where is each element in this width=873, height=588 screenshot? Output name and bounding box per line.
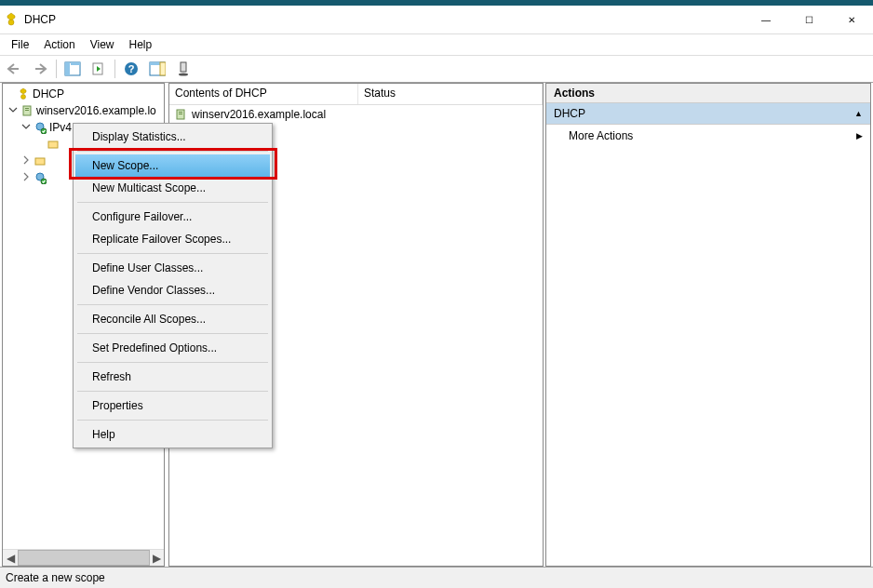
svg-rect-19 bbox=[35, 158, 45, 165]
details-view-button[interactable] bbox=[145, 58, 169, 80]
ctx-properties[interactable]: Properties bbox=[75, 394, 270, 417]
scroll-left-icon[interactable]: ◀ bbox=[3, 551, 18, 565]
ctx-separator bbox=[77, 151, 268, 152]
ctx-separator bbox=[77, 362, 268, 363]
more-actions-label: More Actions bbox=[569, 129, 633, 142]
refresh-button[interactable] bbox=[87, 58, 111, 80]
menu-file[interactable]: File bbox=[4, 36, 36, 53]
ctx-define-user-classes[interactable]: Define User Classes... bbox=[75, 257, 270, 279]
svg-text:?: ? bbox=[128, 63, 135, 74]
svg-point-0 bbox=[8, 20, 14, 25]
ctx-refresh[interactable]: Refresh bbox=[75, 366, 270, 388]
close-button[interactable]: ✕ bbox=[830, 6, 873, 33]
dhcp-app-icon bbox=[4, 12, 19, 27]
window-title: DHCP bbox=[24, 13, 56, 26]
ipv4-icon bbox=[33, 120, 47, 135]
toolbar: ? bbox=[0, 55, 873, 83]
ctx-separator bbox=[77, 253, 268, 254]
submenu-arrow-icon: ▶ bbox=[856, 131, 863, 140]
svg-rect-10 bbox=[181, 62, 186, 72]
status-bar: Create a new scope bbox=[0, 567, 873, 588]
tree-node-dhcp[interactable]: DHCP bbox=[3, 86, 164, 102]
ctx-separator bbox=[77, 304, 268, 305]
maximize-button[interactable]: ☐ bbox=[787, 6, 830, 33]
tree-horizontal-scrollbar[interactable]: ◀ ▶ bbox=[3, 549, 164, 566]
collapse-icon[interactable] bbox=[20, 121, 33, 134]
ctx-replicate-failover[interactable]: Replicate Failover Scopes... bbox=[75, 228, 270, 250]
title-bar: DHCP — ☐ ✕ bbox=[0, 6, 873, 34]
folder-icon bbox=[46, 137, 60, 152]
ctx-display-statistics[interactable]: Display Statistics... bbox=[75, 126, 270, 148]
help-button[interactable]: ? bbox=[119, 58, 143, 80]
server-button[interactable] bbox=[171, 58, 195, 80]
server-icon bbox=[20, 103, 34, 118]
actions-subject-label: DHCP bbox=[554, 107, 585, 120]
expand-icon[interactable] bbox=[20, 171, 33, 184]
ctx-separator bbox=[77, 202, 268, 203]
forward-button[interactable] bbox=[28, 58, 52, 80]
actions-pane: Actions DHCP ▲ More Actions ▶ bbox=[545, 83, 871, 567]
menu-bar: File Action View Help bbox=[0, 34, 873, 55]
toolbar-separator bbox=[114, 60, 115, 78]
ctx-separator bbox=[77, 333, 268, 334]
folder-icon bbox=[33, 154, 47, 168]
list-item-label: winserv2016.example.local bbox=[192, 108, 326, 121]
toolbar-separator bbox=[56, 60, 57, 78]
ctx-define-vendor-classes[interactable]: Define Vendor Classes... bbox=[75, 279, 270, 301]
actions-more[interactable]: More Actions ▶ bbox=[546, 125, 870, 147]
svg-rect-14 bbox=[25, 108, 29, 109]
svg-rect-18 bbox=[48, 141, 58, 148]
contents-header: Contents of DHCP Status bbox=[169, 84, 543, 105]
scroll-thumb[interactable] bbox=[18, 550, 150, 566]
expand-icon[interactable] bbox=[20, 154, 33, 167]
ctx-new-multicast-scope[interactable]: New Multicast Scope... bbox=[75, 177, 270, 199]
server-icon bbox=[173, 107, 188, 122]
ctx-reconcile-all-scopes[interactable]: Reconcile All Scopes... bbox=[75, 308, 270, 330]
ctx-configure-failover[interactable]: Configure Failover... bbox=[75, 206, 270, 228]
ctx-new-scope[interactable]: New Scope... bbox=[75, 154, 270, 177]
svg-rect-24 bbox=[179, 114, 182, 114]
list-item[interactable]: winserv2016.example.local bbox=[169, 105, 543, 124]
tree-node-server[interactable]: winserv2016.example.lo bbox=[3, 102, 164, 119]
ctx-separator bbox=[77, 391, 268, 392]
svg-rect-23 bbox=[179, 112, 182, 113]
actions-subject[interactable]: DHCP ▲ bbox=[546, 103, 870, 125]
column-status[interactable]: Status bbox=[358, 84, 543, 104]
svg-point-11 bbox=[179, 74, 188, 76]
ctx-separator bbox=[77, 420, 268, 421]
back-button[interactable] bbox=[2, 58, 26, 80]
svg-rect-3 bbox=[71, 62, 80, 65]
scroll-right-icon[interactable]: ▶ bbox=[149, 551, 164, 565]
context-menu: Display Statistics... New Scope... New M… bbox=[73, 123, 273, 448]
collapse-icon[interactable] bbox=[7, 104, 20, 117]
show-hide-tree-button[interactable] bbox=[60, 58, 85, 80]
column-contents[interactable]: Contents of DHCP bbox=[169, 84, 358, 104]
svg-point-12 bbox=[21, 95, 26, 100]
svg-rect-15 bbox=[25, 110, 29, 111]
ipv6-icon bbox=[33, 170, 47, 185]
status-text: Create a new scope bbox=[6, 571, 105, 584]
actions-heading: Actions bbox=[546, 84, 870, 103]
collapse-caret-icon[interactable]: ▲ bbox=[854, 109, 863, 118]
menu-help[interactable]: Help bbox=[122, 36, 160, 53]
menu-view[interactable]: View bbox=[83, 36, 122, 53]
ctx-help[interactable]: Help bbox=[75, 423, 270, 446]
ctx-set-predefined-options[interactable]: Set Predefined Options... bbox=[75, 337, 270, 359]
dhcp-icon bbox=[16, 87, 31, 101]
menu-action[interactable]: Action bbox=[36, 36, 82, 53]
svg-rect-9 bbox=[160, 62, 166, 75]
minimize-button[interactable]: — bbox=[745, 6, 787, 33]
svg-rect-2 bbox=[65, 62, 70, 75]
